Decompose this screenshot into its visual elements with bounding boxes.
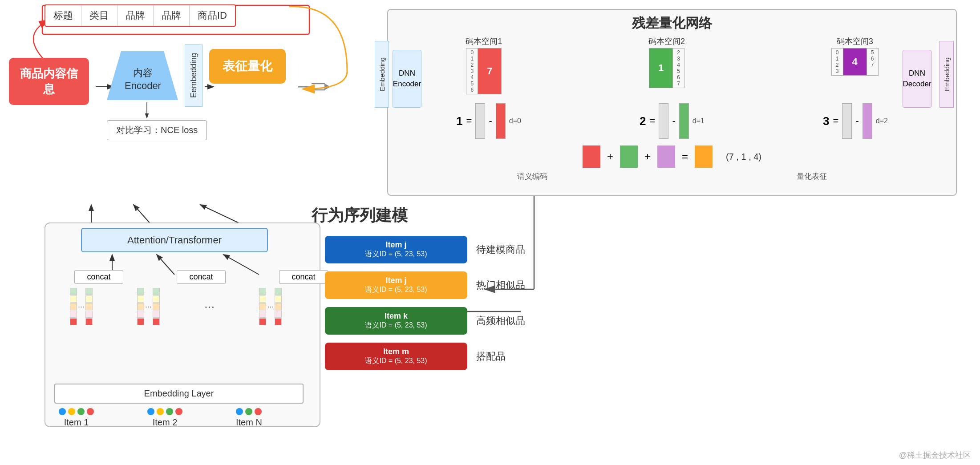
codebook3-header-left: 0123 (832, 49, 843, 75)
stage2-d: d=1 (692, 117, 705, 125)
stage1-minus: - (489, 115, 492, 127)
feature-pinpai2: 品牌 (154, 5, 190, 26)
rq-stage-1: 1 = - d=0 (456, 103, 521, 139)
equals: = (682, 150, 688, 163)
ec3 (70, 303, 77, 310)
codebooks-row: 码本空间1 0123456 7 码本空间2 1 234567 (393, 36, 952, 94)
result-orange-block (695, 146, 713, 168)
codebook1-highlighted: 7 (478, 49, 501, 94)
ec3-10 (275, 318, 282, 325)
itemN-label: Item N (236, 417, 262, 428)
ec5 (70, 318, 77, 325)
ec3-5 (259, 318, 266, 325)
card-side-label-1: 待建模商品 (476, 243, 525, 256)
quant-box: 表征量化 (209, 49, 286, 84)
stage3-number: 3 (823, 114, 829, 128)
card-green-title: Item k (334, 311, 458, 321)
concat-2: concat (177, 270, 226, 284)
item-card-green: Item k 语义ID = (5, 23, 53) (325, 307, 467, 335)
yiyi-label: 语义编码 (517, 171, 547, 182)
stage3-eq: = (833, 115, 839, 127)
codebook1-header: 0123456 (466, 49, 478, 94)
stage1-eq: = (466, 115, 472, 127)
codebook3-title: 码本空间3 (837, 36, 873, 47)
stage2-green-vec (679, 103, 689, 139)
stage2-minus: - (672, 115, 675, 127)
result-green-block (620, 146, 638, 168)
plus2: + (644, 150, 651, 163)
card-green-subtitle: 语义ID = (5, 23, 53) (334, 321, 458, 330)
contrast-label: 对比学习：NCE loss (107, 120, 207, 140)
embed-group-2: ··· (137, 288, 160, 325)
ec2-1 (137, 288, 144, 295)
stage3-d: d=2 (876, 117, 888, 125)
embed-col-2b (153, 288, 160, 325)
stage2-vec (659, 103, 668, 139)
codebook-3: 码本空间3 0123 4 567 (831, 36, 879, 94)
codebook-2: 码本空间2 1 234567 (648, 36, 685, 94)
embedding-vertical: Eembedding (185, 44, 202, 107)
lianghua-label: 量化表征 (797, 171, 827, 182)
rq-title: 残差量化网络 (393, 14, 952, 32)
dnn-decoder: DNN Decoder (903, 50, 931, 108)
quant-label: 表征量化 (223, 59, 272, 73)
rq-stages-row: 1 = - d=0 2 = - d=1 3 = - (393, 99, 952, 143)
card-side-label-4: 搭配品 (476, 350, 506, 363)
embedding-output-text: Embedding (943, 57, 951, 91)
card-row-2: Item j 语义ID = (5, 23, 53) 热门相似品 (325, 271, 525, 299)
codebook-1: 码本空间1 0123456 7 (466, 36, 502, 94)
ec10 (85, 318, 93, 325)
codebook2-cells: 1 234567 (649, 48, 684, 88)
ec2-10 (153, 318, 160, 325)
rq-bottom-labels: 语义编码 量化表征 (393, 171, 952, 182)
stage3-vec (842, 103, 852, 139)
encoder-box: 内容Encoder (107, 51, 178, 100)
codebook2-title: 码本空间2 (648, 36, 685, 47)
ec3-7 (275, 295, 282, 303)
codebook2-highlighted: 1 (649, 49, 672, 88)
item1-label: Item 1 (64, 417, 89, 428)
svg-marker-8 (325, 84, 330, 90)
feature-shangpinid: 商品ID (190, 5, 235, 26)
card-red-title: Item m (334, 347, 458, 356)
card-yellow-subtitle: 语义ID = (5, 23, 53) (334, 285, 458, 295)
embed-col-1a (70, 288, 77, 325)
itemN-dot-blue (236, 408, 243, 415)
ec2-8 (153, 303, 160, 310)
ec7 (85, 295, 93, 303)
dot1: ··· (78, 302, 85, 311)
behavior-box: Attention/Transformer concat concat conc… (45, 222, 320, 427)
content-info-box: 商品内容信息 (9, 58, 89, 105)
item-card-yellow: Item j 语义ID = (5, 23, 53) (325, 271, 467, 299)
card-blue-subtitle: 语义ID = (5, 23, 53) (334, 250, 458, 259)
item-card-red: Item m 语义ID = (5, 23, 53) (325, 343, 467, 370)
main-container: 标题 类目 品牌 品牌 商品ID 商品内容信息 内容Encoder Eembed… (0, 0, 980, 465)
ec6 (85, 288, 93, 295)
ec2-6 (153, 288, 160, 295)
embed-col-2a (137, 288, 144, 325)
concat-3: concat (279, 270, 328, 284)
stage1-red-vec (496, 103, 506, 139)
feature-pinpai1: 品牌 (117, 5, 154, 26)
contrast-text: 对比学习：NCE loss (116, 125, 198, 135)
embed-group-1: ··· (70, 288, 93, 325)
stage3-minus: - (855, 115, 859, 127)
ec3-2 (259, 295, 266, 303)
dnn-encoder-label: DNN Encoder (393, 68, 421, 89)
ec4 (70, 311, 77, 318)
item1-dots (59, 408, 94, 415)
rq-stage-3: 3 = - d=2 (823, 103, 888, 139)
watermark-text: @稀土掘金技术社区 (899, 451, 971, 460)
item2-dot-blue (147, 408, 154, 415)
rq-network-box: 残差量化网络 码本空间1 0123456 7 码本空间2 1 2 (387, 9, 957, 196)
stage3-purple-vec (863, 103, 872, 139)
embed-group-3: ··· (259, 288, 282, 325)
item1-dot-red (87, 408, 94, 415)
codebook3-highlighted: 4 (843, 49, 867, 75)
ec9 (85, 311, 93, 318)
result-purple-block (657, 146, 675, 168)
ec3-1 (259, 288, 266, 295)
ec3-9 (275, 311, 282, 318)
ec3-3 (259, 303, 266, 310)
codebook3-cells: 0123 4 567 (831, 48, 879, 76)
